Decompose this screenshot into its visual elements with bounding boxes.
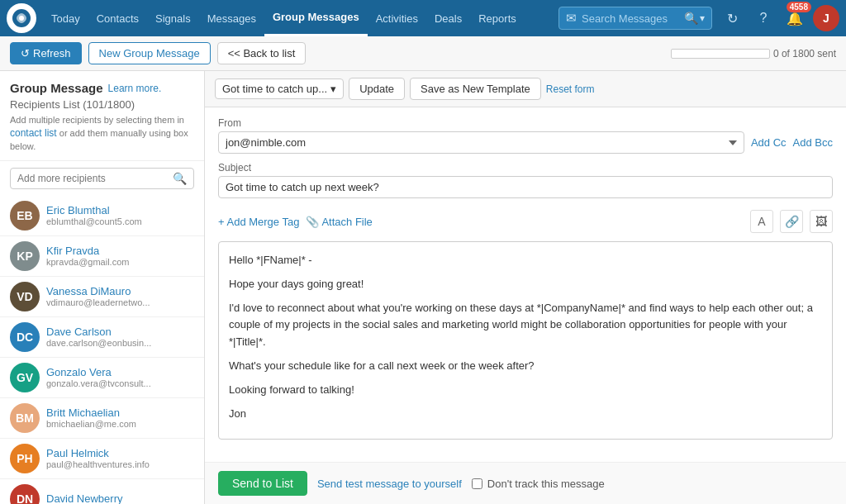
message-body[interactable]: Hello *|FName|* - Hope your days going g…	[218, 241, 833, 440]
image-button[interactable]: 🖼	[810, 210, 833, 233]
new-group-message-button[interactable]: New Group Message	[88, 42, 211, 64]
attach-file-button[interactable]: 📎 Attach File	[306, 216, 372, 228]
body-line-4: What's your schedule like for a call nex…	[229, 358, 822, 375]
list-item[interactable]: DC Dave Carlson dave.carlson@eonbusin...	[0, 317, 204, 358]
search-icon: 🔍	[684, 12, 698, 25]
body-line-3: I'd love to reconnect about what you're …	[229, 300, 822, 351]
mail-icon: ✉	[566, 11, 577, 26]
recipient-email: vdimauro@leadernetwo...	[46, 297, 194, 307]
learn-more-link[interactable]: Learn more.	[108, 83, 162, 94]
no-track-checkbox[interactable]	[472, 478, 482, 489]
add-merge-tag-button[interactable]: + Add Merge Tag	[218, 216, 299, 228]
left-panel: Group Message Learn more. Recipients Lis…	[0, 71, 205, 504]
nav-activities[interactable]: Activities	[368, 0, 426, 36]
recipient-email: eblumthal@count5.com	[46, 216, 194, 226]
recipient-name: Dave Carlson	[46, 326, 194, 338]
nav-group-messages[interactable]: Group Messages	[264, 0, 368, 36]
search-icon: 🔍	[173, 172, 187, 185]
svg-point-1	[19, 16, 24, 21]
update-button[interactable]: Update	[349, 78, 405, 100]
recipient-name: Britt Michaelian	[46, 407, 194, 419]
search-bar[interactable]: ✉ 🔍 ▾	[558, 7, 712, 30]
footer-bar: Send to List Send test message to yourse…	[205, 462, 846, 504]
dropdown-arrow-icon: ▾	[330, 83, 336, 95]
nav-contacts[interactable]: Contacts	[88, 0, 147, 36]
recipients-description: Add multiple recipients by selecting the…	[10, 114, 194, 154]
from-label: From	[218, 117, 833, 129]
recipient-name: Gonzalo Vera	[46, 366, 194, 378]
avatar: DN	[10, 484, 40, 504]
paperclip-icon: 📎	[306, 216, 319, 228]
list-item[interactable]: KP Kfir Pravda kpravda@gmail.com	[0, 236, 204, 277]
contact-list-link[interactable]: contact list	[10, 127, 57, 139]
send-test-link[interactable]: Send test message to yourself	[317, 478, 462, 490]
list-item[interactable]: EB Eric Blumthal eblumthal@count5.com	[0, 196, 204, 236]
app-logo[interactable]	[7, 3, 36, 33]
nav-icon-group: ↻ ? 🔔 4558 J	[719, 5, 839, 31]
right-toolbar: Got time to catch up... ▾ Update Save as…	[205, 71, 846, 107]
search-input[interactable]	[582, 12, 681, 25]
recipient-email: bmichaelian@me.com	[46, 419, 194, 429]
body-line-1: Hello *|FName|* -	[229, 252, 822, 269]
form-area: From jon@nimble.com Add Cc Add Bcc Subje…	[205, 107, 846, 462]
list-item[interactable]: GV Gonzalo Vera gonzalo.vera@tvconsult..…	[0, 358, 204, 398]
group-message-title: Group Message	[10, 81, 103, 95]
add-recipients-search[interactable]: 🔍	[10, 168, 194, 189]
recipients-list: EB Eric Blumthal eblumthal@count5.com KP…	[0, 196, 204, 504]
action-toolbar: ↺ Refresh New Group Message << Back to l…	[0, 36, 846, 71]
nav-deals[interactable]: Deals	[426, 0, 470, 36]
nav-today[interactable]: Today	[43, 0, 88, 36]
recipient-info: Kfir Pravda kpravda@gmail.com	[46, 245, 194, 267]
refresh-button[interactable]: ↺ Refresh	[10, 42, 82, 64]
template-dropdown[interactable]: Got time to catch up... ▾	[215, 78, 344, 99]
nav-signals[interactable]: Signals	[147, 0, 199, 36]
nav-links: Today Contacts Signals Messages Group Me…	[43, 0, 525, 36]
back-to-list-button[interactable]: << Back to list	[217, 42, 307, 64]
list-item[interactable]: DN David Newberry	[0, 479, 204, 504]
left-header: Group Message Learn more. Recipients Lis…	[0, 71, 204, 161]
send-to-list-button[interactable]: Send to List	[218, 471, 307, 496]
avatar: DC	[10, 322, 40, 352]
from-row: From jon@nimble.com Add Cc Add Bcc	[218, 117, 833, 154]
no-track-row: Don't track this message	[472, 478, 605, 490]
add-cc-link[interactable]: Add Cc	[751, 136, 787, 149]
nav-messages[interactable]: Messages	[199, 0, 264, 36]
dropdown-arrow-icon[interactable]: ▾	[700, 12, 705, 24]
save-as-new-template-button[interactable]: Save as New Template	[410, 78, 541, 100]
nav-reports[interactable]: Reports	[470, 0, 525, 36]
body-line-5: Looking forward to talking!	[229, 382, 822, 399]
no-track-label: Don't track this message	[487, 478, 605, 490]
from-select[interactable]: jon@nimble.com	[218, 131, 744, 154]
refresh-nav-button[interactable]: ↻	[719, 5, 745, 31]
user-avatar[interactable]: J	[813, 5, 839, 31]
list-item[interactable]: VD Vanessa DiMauro vdimauro@leadernetwo.…	[0, 277, 204, 317]
reset-form-link[interactable]: Reset form	[546, 83, 595, 95]
subject-label: Subject	[218, 162, 833, 174]
recipient-email: dave.carlson@eonbusin...	[46, 338, 194, 348]
avatar: BM	[10, 403, 40, 433]
list-item[interactable]: BM Britt Michaelian bmichaelian@me.com	[0, 398, 204, 439]
search-input[interactable]	[17, 173, 173, 184]
recipient-email: paul@healthventures.info	[46, 459, 194, 469]
recipient-email: kpravda@gmail.com	[46, 257, 194, 267]
editor-toolbar: + Add Merge Tag 📎 Attach File A 🔗 🖼	[218, 207, 833, 236]
avatar: EB	[10, 201, 40, 231]
main-content: Group Message Learn more. Recipients Lis…	[0, 71, 846, 504]
link-button[interactable]: 🔗	[780, 210, 803, 233]
recipient-info: Vanessa DiMauro vdimauro@leadernetwo...	[46, 285, 194, 307]
recipients-count: Recipients List (101/1800)	[10, 98, 194, 111]
subject-input[interactable]	[218, 176, 833, 198]
notifications-button[interactable]: 🔔 4558	[782, 5, 808, 31]
recipient-info: Paul Helmick paul@healthventures.info	[46, 447, 194, 469]
subject-row: Subject	[218, 162, 833, 198]
right-panel: Got time to catch up... ▾ Update Save as…	[205, 71, 846, 504]
list-item[interactable]: PH Paul Helmick paul@healthventures.info	[0, 439, 204, 479]
body-line-2: Hope your days going great!	[229, 276, 822, 293]
top-navigation: Today Contacts Signals Messages Group Me…	[0, 0, 846, 36]
add-bcc-link[interactable]: Add Bcc	[793, 136, 833, 149]
recipient-name: Kfir Pravda	[46, 245, 194, 257]
avatar: KP	[10, 241, 40, 271]
font-format-button[interactable]: A	[750, 210, 773, 233]
help-button[interactable]: ?	[750, 5, 777, 31]
avatar: PH	[10, 444, 40, 473]
